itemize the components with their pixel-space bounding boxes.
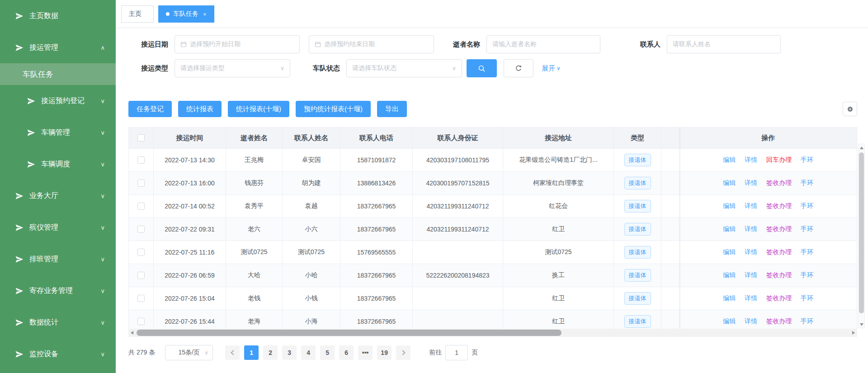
- detail-link[interactable]: 详情: [745, 179, 757, 186]
- row-checkbox[interactable]: [137, 179, 145, 187]
- edit-link[interactable]: 编辑: [723, 317, 736, 325]
- toolbar-button[interactable]: 任务登记: [128, 101, 172, 117]
- wristband-link[interactable]: 手环: [801, 179, 813, 186]
- scroll-left-button[interactable]: [128, 329, 136, 337]
- process-link[interactable]: 签收办理: [766, 294, 792, 302]
- prev-page-button[interactable]: [225, 345, 240, 360]
- page-button[interactable]: •••: [358, 345, 373, 360]
- vertical-scrollbar-thumb[interactable]: [859, 152, 864, 313]
- expand-link[interactable]: 展开 ∨: [542, 64, 561, 73]
- cell-pickup-address: 红卫: [503, 218, 614, 241]
- vertical-scrollbar[interactable]: [858, 144, 865, 328]
- paper-plane-icon: [15, 318, 24, 327]
- cell-type: 接遗体: [614, 172, 661, 195]
- detail-link[interactable]: 详情: [745, 225, 757, 232]
- edit-link[interactable]: 编辑: [723, 179, 736, 186]
- toolbar-button[interactable]: 统计报表: [178, 101, 222, 117]
- wristband-link[interactable]: 手环: [801, 202, 813, 209]
- process-link[interactable]: 签收办理: [766, 317, 792, 325]
- contact-input[interactable]: 请联系人姓名: [667, 35, 781, 53]
- process-link[interactable]: 签收办理: [766, 271, 792, 279]
- row-checkbox[interactable]: [137, 156, 145, 164]
- sidebar-item[interactable]: 寄存业务管理 ∨: [0, 275, 116, 307]
- horizontal-scrollbar-thumb[interactable]: [137, 330, 561, 336]
- next-page-button[interactable]: [396, 345, 410, 360]
- header-operations: 操作: [679, 127, 857, 149]
- paper-plane-icon: [15, 255, 24, 264]
- sidebar-item[interactable]: 接运预约登记 ∨: [0, 85, 116, 117]
- toolbar-button[interactable]: 统计报表(十堰): [228, 101, 289, 117]
- sidebar-item[interactable]: 主页数据: [0, 0, 116, 32]
- cell-contact-name: 卓安国: [283, 149, 340, 172]
- page-button[interactable]: 2: [263, 345, 278, 360]
- edit-link[interactable]: 编辑: [723, 271, 736, 279]
- date-start-input[interactable]: 选择预约开始日期: [175, 35, 300, 53]
- process-link[interactable]: 回车办理: [766, 156, 792, 163]
- cell-deceased-name: 钱惠芬: [226, 172, 283, 195]
- date-end-input[interactable]: 选择预约结束日期: [309, 35, 434, 53]
- sidebar-item[interactable]: 车辆管理 ∨: [0, 117, 116, 148]
- detail-link[interactable]: 详情: [745, 156, 757, 163]
- edit-link[interactable]: 编辑: [723, 248, 736, 255]
- wristband-link[interactable]: 手环: [801, 225, 813, 232]
- page-button[interactable]: 5: [320, 345, 335, 360]
- refresh-button[interactable]: [504, 59, 533, 77]
- process-link[interactable]: 签收办理: [766, 202, 792, 209]
- wristband-link[interactable]: 手环: [801, 156, 813, 163]
- process-link[interactable]: 签收办理: [766, 225, 792, 232]
- row-checkbox[interactable]: [137, 318, 145, 325]
- cell-pickup-address: 换工: [503, 264, 614, 287]
- detail-link[interactable]: 详情: [745, 317, 757, 325]
- page-button[interactable]: 1: [244, 345, 259, 360]
- wristband-link[interactable]: 手环: [801, 248, 813, 255]
- sidebar-item[interactable]: 业务大厅 ∨: [0, 180, 116, 212]
- wristband-link[interactable]: 手环: [801, 271, 813, 279]
- column-settings-button[interactable]: [843, 102, 857, 116]
- pickup-type-select[interactable]: 请选择接运类型 ∨: [175, 59, 290, 77]
- page-button[interactable]: 19: [377, 345, 392, 360]
- toolbar-button[interactable]: 导出: [377, 101, 407, 117]
- toolbar-button[interactable]: 预约统计报表(十堰): [296, 101, 371, 117]
- edit-link[interactable]: 编辑: [723, 225, 736, 232]
- horizontal-scrollbar[interactable]: [128, 329, 857, 337]
- row-checkbox[interactable]: [137, 295, 145, 302]
- sidebar-item[interactable]: 数据统计 ∨: [0, 307, 116, 338]
- sidebar-item[interactable]: 车队任务: [0, 63, 116, 85]
- wristband-link[interactable]: 手环: [801, 317, 813, 325]
- tab[interactable]: 主页: [121, 5, 154, 23]
- edit-link[interactable]: 编辑: [723, 294, 736, 302]
- tab[interactable]: 车队任务 ×: [158, 5, 214, 23]
- wristband-link[interactable]: 手环: [801, 294, 813, 302]
- deceased-name-input[interactable]: 请输入逝者名称: [486, 35, 600, 53]
- row-checkbox[interactable]: [137, 203, 145, 210]
- edit-link[interactable]: 编辑: [723, 156, 736, 163]
- search-button[interactable]: [467, 59, 497, 77]
- detail-link[interactable]: 详情: [745, 248, 757, 255]
- page-button[interactable]: 4: [301, 345, 316, 360]
- process-link[interactable]: 签收办理: [766, 248, 792, 255]
- sidebar-item[interactable]: 殡仪管理 ∨: [0, 212, 116, 243]
- page-button[interactable]: 3: [282, 345, 297, 360]
- page-size-select[interactable]: 15条/页 ∨: [165, 345, 213, 360]
- sidebar-item[interactable]: 接运管理 ∧: [0, 32, 116, 63]
- detail-link[interactable]: 详情: [745, 271, 757, 279]
- goto-page-input[interactable]: [445, 345, 468, 360]
- sidebar-item[interactable]: 车辆调度 ∨: [0, 148, 116, 180]
- row-checkbox[interactable]: [137, 249, 145, 256]
- paper-plane-icon: [15, 43, 24, 52]
- select-all-checkbox[interactable]: [137, 134, 145, 142]
- row-checkbox[interactable]: [137, 272, 145, 279]
- edit-link[interactable]: 编辑: [723, 202, 736, 209]
- process-link[interactable]: 签收办理: [766, 179, 792, 186]
- detail-link[interactable]: 详情: [745, 294, 757, 302]
- sidebar-item[interactable]: 排班管理 ∨: [0, 243, 116, 275]
- page-button[interactable]: 6: [339, 345, 354, 360]
- scroll-up-button[interactable]: [859, 144, 864, 151]
- scroll-down-button[interactable]: [859, 321, 864, 328]
- tab-close-icon[interactable]: ×: [203, 11, 207, 18]
- sidebar-item[interactable]: 监控设备 ∨: [0, 338, 116, 370]
- scroll-right-button[interactable]: [850, 329, 857, 337]
- row-checkbox[interactable]: [137, 226, 145, 233]
- fleet-status-select[interactable]: 请选择车队状态 ∨: [346, 59, 462, 77]
- detail-link[interactable]: 详情: [745, 202, 757, 209]
